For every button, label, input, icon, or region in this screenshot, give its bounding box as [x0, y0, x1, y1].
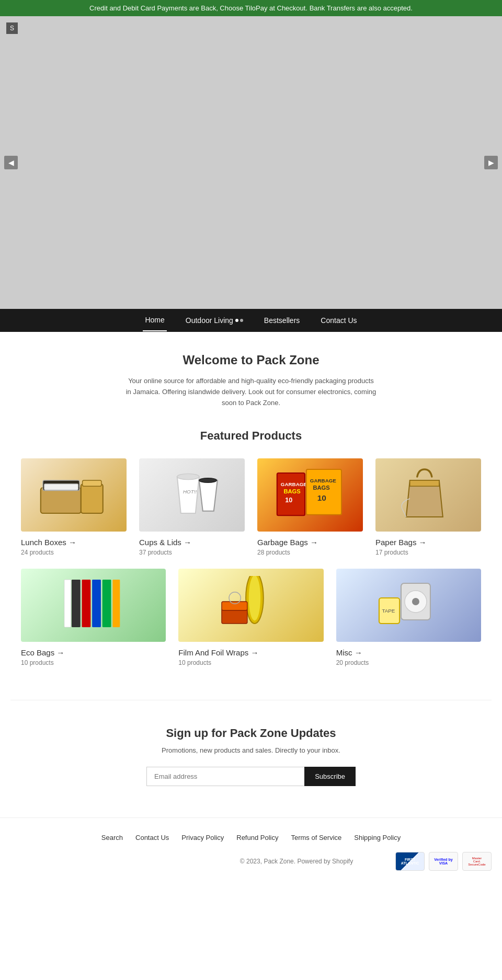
product-image-cups: HOT!!	[139, 458, 245, 532]
svg-rect-4	[83, 480, 101, 486]
product-card-eco-bags[interactable]: Eco Bags → 10 products	[21, 569, 166, 666]
footer-link-contact[interactable]: Contact Us	[135, 834, 169, 841]
product-count-lunch-boxes: 24 products	[21, 549, 127, 556]
nav-dots	[235, 319, 243, 322]
svg-point-7	[199, 478, 217, 482]
footer-copyright: © 2023, Pack Zone. Powered by Shopify	[203, 858, 390, 865]
subscribe-section: Sign up for Pack Zone Updates Promotions…	[10, 700, 492, 817]
products-grid-row1: Lunch Boxes → 24 products HOT!! Cups & L…	[21, 458, 481, 556]
svg-point-5	[177, 474, 199, 480]
product-count-misc: 20 products	[336, 659, 481, 666]
svg-text:BAGS: BAGS	[313, 485, 330, 491]
product-image-misc: TAPE	[336, 569, 481, 642]
main-nav: Home Outdoor Living Bestsellers Contact …	[0, 309, 502, 332]
product-image-eco-bags	[21, 569, 166, 642]
svg-text:BAGS: BAGS	[284, 489, 301, 495]
product-card-film[interactable]: Film And Foil Wraps → 10 products	[178, 569, 323, 666]
svg-rect-17	[82, 580, 90, 627]
nav-dot-1	[235, 319, 238, 322]
product-title-garbage: Garbage Bags →	[257, 538, 363, 547]
subscribe-description: Promotions, new products and sales. Dire…	[21, 746, 481, 754]
products-grid-row2: Eco Bags → 10 products Film And Foil Wra…	[21, 569, 481, 666]
product-image-film	[178, 569, 323, 642]
product-count-garbage: 28 products	[257, 549, 363, 556]
svg-rect-24	[222, 609, 247, 624]
product-card-lunch-boxes[interactable]: Lunch Boxes → 24 products	[21, 458, 127, 556]
welcome-title: Welcome to Pack Zone	[21, 353, 481, 367]
email-input[interactable]	[146, 767, 304, 786]
svg-rect-21	[64, 580, 71, 627]
main-content: Welcome to Pack Zone Your online source …	[0, 332, 502, 817]
svg-point-23	[249, 576, 260, 620]
product-count-cups: 37 products	[139, 549, 245, 556]
hero-prev-button[interactable]: ◀	[4, 156, 18, 169]
hero-next-button[interactable]: ▶	[484, 156, 498, 169]
nav-item-bestsellers[interactable]: Bestsellers	[262, 310, 302, 331]
product-card-garbage[interactable]: GARBAGE BAGS 10 GARBAGE BAGS 10 Garbage …	[257, 458, 363, 556]
svg-rect-19	[102, 580, 111, 627]
svg-text:GARBAGE: GARBAGE	[310, 478, 337, 484]
svg-point-29	[412, 598, 419, 605]
featured-section: Featured Products Lunch Boxes → 24 produ…	[10, 424, 492, 700]
svg-rect-20	[112, 580, 120, 627]
svg-text:10: 10	[317, 494, 326, 503]
badge-visa-verified: Verified byVISA	[429, 852, 458, 871]
product-count-paper-bags: 17 products	[375, 549, 481, 556]
footer-links: Search Contact Us Privacy Policy Refund …	[10, 834, 492, 841]
footer-link-privacy[interactable]: Privacy Policy	[181, 834, 224, 841]
svg-text:GARBAGE: GARBAGE	[281, 482, 307, 488]
footer-badges: FIRSTATLANTIC Verified byVISA MasterCard…	[395, 852, 492, 871]
nav-item-outdoor[interactable]: Outdoor Living	[184, 310, 245, 331]
svg-rect-0	[41, 488, 81, 513]
featured-title: Featured Products	[21, 429, 481, 443]
svg-rect-18	[92, 580, 101, 627]
product-title-misc: Misc →	[336, 648, 481, 657]
product-title-paper-bags: Paper Bags →	[375, 538, 481, 547]
footer-link-shipping[interactable]: Shipping Policy	[354, 834, 401, 841]
welcome-section: Welcome to Pack Zone Your online source …	[10, 332, 492, 424]
nav-item-contact[interactable]: Contact Us	[318, 310, 359, 331]
announcement-bar: Credit and Debit Card Payments are Back,…	[0, 0, 502, 16]
product-title-eco-bags: Eco Bags →	[21, 648, 166, 657]
product-title-film: Film And Foil Wraps →	[178, 648, 323, 657]
svg-point-26	[229, 592, 241, 604]
product-image-garbage: GARBAGE BAGS 10 GARBAGE BAGS 10	[257, 458, 363, 532]
hero-slide-indicator: S	[6, 22, 18, 34]
footer-link-refund[interactable]: Refund Policy	[236, 834, 278, 841]
svg-text:10: 10	[285, 497, 292, 504]
subscribe-form: Subscribe	[146, 767, 356, 786]
product-count-film: 10 products	[178, 659, 323, 666]
svg-rect-3	[81, 484, 103, 513]
svg-rect-16	[72, 580, 81, 627]
product-card-cups[interactable]: HOT!! Cups & Lids → 37 products	[139, 458, 245, 556]
svg-text:TAPE: TAPE	[382, 608, 395, 614]
svg-text:HOT!!: HOT!!	[183, 489, 197, 495]
welcome-description: Your online source for affordable and hi…	[126, 376, 376, 408]
subscribe-title: Sign up for Pack Zone Updates	[21, 727, 481, 740]
nav-dot-2	[240, 319, 243, 322]
svg-rect-12	[306, 469, 341, 515]
badge-mastercard: MasterCard.SecureCode	[462, 852, 492, 871]
product-count-eco-bags: 10 products	[21, 659, 166, 666]
product-title-lunch-boxes: Lunch Boxes →	[21, 538, 127, 547]
product-image-paper-bags	[375, 458, 481, 532]
product-card-misc[interactable]: TAPE Misc → 20 products	[336, 569, 481, 666]
subscribe-button[interactable]: Subscribe	[304, 767, 356, 786]
footer-bottom: © 2023, Pack Zone. Powered by Shopify FI…	[10, 852, 492, 871]
product-title-cups: Cups & Lids →	[139, 538, 245, 547]
product-image-lunch-boxes	[21, 458, 127, 532]
product-card-paper-bags[interactable]: Paper Bags → 17 products	[375, 458, 481, 556]
footer-link-search[interactable]: Search	[101, 834, 123, 841]
footer: Search Contact Us Privacy Policy Refund …	[0, 817, 502, 881]
announcement-text: Credit and Debit Card Payments are Back,…	[89, 4, 413, 12]
hero-banner: S ◀ ▶	[0, 16, 502, 309]
nav-item-home[interactable]: Home	[143, 309, 166, 331]
badge-first-atlantic: FIRSTATLANTIC	[395, 852, 425, 871]
svg-rect-2	[44, 484, 78, 490]
footer-link-terms[interactable]: Terms of Service	[291, 834, 341, 841]
